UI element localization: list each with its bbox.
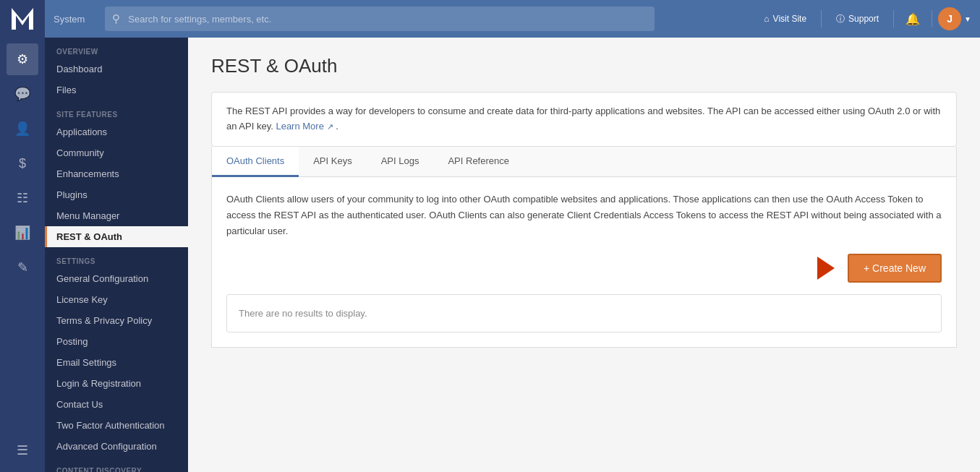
site-features-section-title: SITE FEATURES	[45, 100, 188, 121]
sidebar-item-community[interactable]: Community	[45, 142, 188, 163]
divider3	[932, 10, 932, 27]
create-new-button[interactable]: + Create New	[848, 254, 942, 283]
sidebar-item-posting[interactable]: Posting	[45, 331, 188, 352]
page-title: REST & OAuth	[211, 55, 957, 77]
external-link-icon: ↗	[327, 122, 333, 131]
sidebar-item-login-registration[interactable]: Login & Registration	[45, 373, 188, 394]
oauth-clients-description: OAuth Clients allow users of your commun…	[226, 192, 942, 239]
arrow-indicator	[817, 257, 835, 280]
settings-section-title: SETTINGS	[45, 247, 188, 268]
sidebar-item-license-key[interactable]: License Key	[45, 289, 188, 310]
rail-icon-grid[interactable]: ☷	[7, 182, 38, 214]
no-results-text: There are no results to display.	[239, 308, 367, 319]
tab-content-oauth-clients: OAuth Clients allow users of your commun…	[212, 177, 956, 347]
tabs-header: OAuth Clients API Keys API Logs API Refe…	[212, 147, 956, 177]
topbar-actions: ⌂ Visit Site ⓘ Support 🔔 J ▼	[755, 7, 980, 30]
notifications-button[interactable]: 🔔	[900, 8, 926, 30]
logo[interactable]	[0, 0, 45, 38]
topbar: System ⚲ ⌂ Visit Site ⓘ Support 🔔 J ▼	[0, 0, 980, 38]
home-icon: ⌂	[764, 14, 769, 24]
content-discovery-section-title: CONTENT DISCOVERY	[45, 457, 188, 472]
main-layout: ⚙ 💬 👤 $ ☷ 📊 ✎ ☰ OVERVIEW Dashboard Files…	[0, 38, 980, 472]
rail-icon-menu[interactable]: ☰	[7, 434, 38, 466]
learn-more-link[interactable]: Learn More ↗	[276, 121, 336, 132]
system-title: System	[45, 14, 93, 25]
rail-icon-users[interactable]: 👤	[7, 113, 38, 145]
sidebar-item-advanced-configuration[interactable]: Advanced Configuration	[45, 436, 188, 457]
sidebar-item-general-configuration[interactable]: General Configuration	[45, 268, 188, 289]
divider	[821, 10, 822, 27]
rail-icon-chat[interactable]: 💬	[7, 78, 38, 110]
user-menu[interactable]: J ▼	[938, 7, 971, 30]
tab-oauth-clients[interactable]: OAuth Clients	[212, 147, 299, 177]
question-icon: ⓘ	[836, 13, 845, 25]
create-new-area: + Create New	[226, 254, 942, 283]
sidebar-item-dashboard[interactable]: Dashboard	[45, 59, 188, 80]
sidebar-item-rest-oauth[interactable]: REST & OAuth	[45, 226, 188, 247]
search-input[interactable]	[105, 7, 655, 31]
arrow-right-icon	[817, 257, 835, 280]
visit-site-button[interactable]: ⌂ Visit Site	[755, 9, 815, 28]
sidebar-item-contact-us[interactable]: Contact Us	[45, 394, 188, 415]
rail-icon-settings[interactable]: ⚙	[7, 43, 38, 75]
sidebar: OVERVIEW Dashboard Files SITE FEATURES A…	[45, 38, 188, 472]
no-results-box: There are no results to display.	[226, 294, 942, 332]
sidebar-item-plugins[interactable]: Plugins	[45, 184, 188, 205]
sidebar-item-terms-privacy-policy[interactable]: Terms & Privacy Policy	[45, 310, 188, 331]
support-button[interactable]: ⓘ Support	[827, 9, 887, 30]
rail-icon-chart[interactable]: 📊	[7, 217, 38, 249]
logo-icon	[12, 8, 33, 30]
rail-icon-dollar[interactable]: $	[7, 147, 38, 179]
rail-icon-edit[interactable]: ✎	[7, 252, 38, 283]
sidebar-item-two-factor-auth[interactable]: Two Factor Authentication	[45, 415, 188, 436]
sidebar-item-email-settings[interactable]: Email Settings	[45, 352, 188, 373]
sidebar-item-enhancements[interactable]: Enhancements	[45, 163, 188, 184]
search-container: ⚲	[93, 7, 755, 31]
tabs-container: OAuth Clients API Keys API Logs API Refe…	[211, 147, 957, 348]
sidebar-item-applications[interactable]: Applications	[45, 121, 188, 142]
chevron-down-icon: ▼	[964, 15, 971, 23]
divider2	[893, 10, 894, 27]
tab-api-reference[interactable]: API Reference	[433, 147, 524, 177]
content-area: REST & OAuth The REST API provides a way…	[188, 38, 980, 472]
tab-api-keys[interactable]: API Keys	[299, 147, 366, 177]
tab-api-logs[interactable]: API Logs	[367, 147, 434, 177]
icon-rail: ⚙ 💬 👤 $ ☷ 📊 ✎ ☰	[0, 38, 45, 472]
description-box: The REST API provides a way for develope…	[211, 92, 957, 147]
avatar: J	[938, 7, 961, 30]
sidebar-item-files[interactable]: Files	[45, 80, 188, 100]
sidebar-item-menu-manager[interactable]: Menu Manager	[45, 205, 188, 226]
overview-section-title: OVERVIEW	[45, 38, 188, 59]
